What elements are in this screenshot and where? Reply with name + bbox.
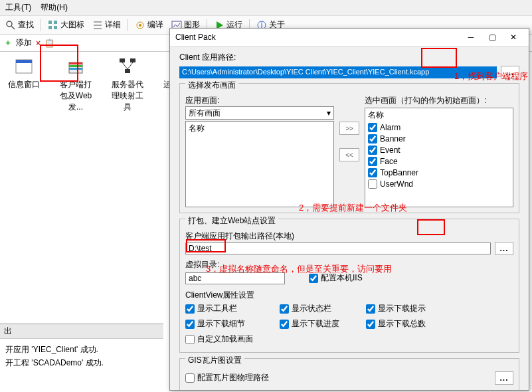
checkbox[interactable] — [309, 274, 318, 283]
add-label[interactable]: 添加 — [16, 37, 32, 49]
svg-rect-4 — [48, 26, 52, 29]
check-progress[interactable]: 显示下载进度 — [280, 318, 339, 330]
svg-rect-2 — [48, 21, 52, 24]
output-body: 开应用 'YIEC_Client' 成功. 开工程 'SCADADemo' 成功… — [0, 339, 163, 392]
svg-rect-21 — [120, 58, 125, 62]
app-pic-select[interactable]: 所有画面 ▾ — [185, 106, 334, 120]
check-custom[interactable]: 自定义加载画面 — [185, 334, 253, 345]
svg-rect-18 — [69, 62, 82, 64]
output-header: 出 — [0, 324, 163, 339]
svg-rect-20 — [69, 68, 82, 70]
svg-rect-23 — [125, 69, 130, 73]
clientpack-dialog: Client Pack ─ ▢ ✕ Client 应用路径: C:\Users\… — [169, 28, 529, 391]
grid-icon — [48, 20, 58, 31]
check-toolbar[interactable]: 显示工具栏 — [185, 303, 253, 314]
dialog-title: Client Pack — [175, 33, 216, 42]
menu-tools[interactable]: 工具(T) — [5, 2, 31, 13]
menubar: 工具(T) 帮助(H) — [0, 0, 532, 16]
path-label: Client 应用路径: — [179, 52, 236, 63]
selected-pic-label: 选中画面（打勾的作为初始画面）: — [365, 95, 513, 106]
svg-rect-5 — [54, 26, 57, 29]
clientview-label: ClientView属性设置 — [185, 290, 513, 301]
output-line: 开工程 'SCADADemo' 成功. — [5, 356, 158, 369]
group-title: 选择发布画面 — [185, 80, 238, 91]
detail-button[interactable]: 详细 — [90, 18, 124, 32]
list-icon — [92, 20, 103, 31]
group-title: 打包、建立Web站点设置 — [185, 215, 278, 227]
copy-icon[interactable]: 📋 — [44, 39, 54, 48]
browse-gis-button[interactable]: ... — [495, 371, 513, 385]
window-icon — [13, 56, 35, 77]
vdir-input[interactable] — [185, 272, 285, 284]
find-icon — [5, 20, 16, 31]
outpath-label: 客户端应用打包输出路径(本地) — [185, 231, 513, 242]
compile-button[interactable]: 编译 — [132, 18, 166, 32]
maximize-button[interactable]: ▢ — [482, 31, 502, 43]
browse-path-button[interactable]: ... — [501, 66, 519, 79]
check-tip[interactable]: 显示下载提示 — [366, 303, 426, 314]
output-panel: 出 开应用 'YIEC_Client' 成功. 开工程 'SCADADemo' … — [0, 324, 163, 392]
svg-rect-16 — [16, 60, 32, 63]
group-title: GIS瓦片图设置 — [185, 355, 244, 366]
svg-line-24 — [122, 62, 128, 69]
package-icon — [65, 56, 86, 77]
minimize-button[interactable]: ─ — [461, 31, 481, 43]
output-line: 开应用 'YIEC_Client' 成功. — [5, 343, 158, 356]
gear-icon — [135, 20, 145, 31]
svg-point-10 — [139, 24, 141, 27]
check-total[interactable]: 显示下载总数 — [366, 318, 426, 330]
outpath-input[interactable] — [185, 243, 491, 254]
delete-icon[interactable]: × — [36, 39, 41, 48]
config-iis-check[interactable]: 配置本机IIS — [309, 272, 363, 284]
list-item[interactable]: TopBanner — [368, 168, 510, 177]
infowindow-button[interactable]: 信息窗口 — [5, 56, 43, 113]
find-button[interactable]: 查找 — [3, 18, 37, 32]
menu-help[interactable]: 帮助(H) — [41, 2, 68, 13]
move-left-button[interactable]: << — [339, 148, 359, 161]
chevron-down-icon: ▾ — [327, 108, 331, 118]
network-icon — [117, 56, 138, 77]
bigicon-button[interactable]: 大图标 — [45, 18, 87, 32]
dialog-titlebar: Client Pack ─ ▢ ✕ — [170, 29, 529, 47]
selected-listbox[interactable]: 名称 AlarmBannerEventFaceTopBannerUserWnd — [365, 108, 513, 207]
check-detail[interactable]: 显示下载细节 — [185, 318, 253, 330]
client-path-field[interactable]: C:\Users\Administrator\Desktop\YIEC Clie… — [179, 66, 497, 78]
list-item[interactable]: Alarm — [368, 123, 510, 132]
list-item[interactable]: Banner — [368, 134, 510, 144]
add-icon[interactable]: ＋ — [4, 37, 12, 49]
gis-path-check[interactable]: 配置瓦片图物理路径 — [185, 372, 269, 383]
svg-point-0 — [7, 21, 12, 27]
move-right-button[interactable]: >> — [339, 122, 359, 135]
check-status[interactable]: 显示状态栏 — [280, 303, 339, 314]
list-item[interactable]: Event — [368, 146, 510, 155]
app-pic-label: 应用画面: — [185, 95, 334, 106]
name-header: 名称 — [368, 110, 510, 121]
list-item[interactable]: UserWnd — [368, 179, 510, 189]
svg-line-25 — [128, 62, 133, 69]
svg-rect-3 — [54, 21, 57, 24]
pack-web-group: 打包、建立Web站点设置 客户端应用打包输出路径(本地) ... 虚拟目录: 配… — [179, 219, 519, 353]
svg-rect-19 — [69, 65, 82, 67]
list-item[interactable]: Face — [368, 157, 510, 166]
clientpack-button[interactable]: 客户端打包及Web发... — [57, 56, 94, 113]
name-header: 名称 — [189, 123, 331, 134]
vdir-label: 虚拟目录: — [185, 259, 513, 270]
browse-outpath-button[interactable]: ... — [495, 242, 513, 255]
source-listbox[interactable]: 名称 — [185, 121, 334, 207]
proxy-button[interactable]: 服务器代理映射工具 — [109, 56, 146, 113]
gis-group: GIS瓦片图设置 配置瓦片图物理路径 ... — [179, 358, 519, 390]
svg-rect-22 — [130, 58, 135, 62]
publish-picture-group: 选择发布画面 应用画面: 所有画面 ▾ 名称 >> << — [179, 83, 519, 213]
close-button[interactable]: ✕ — [503, 31, 523, 43]
svg-line-1 — [11, 26, 15, 29]
